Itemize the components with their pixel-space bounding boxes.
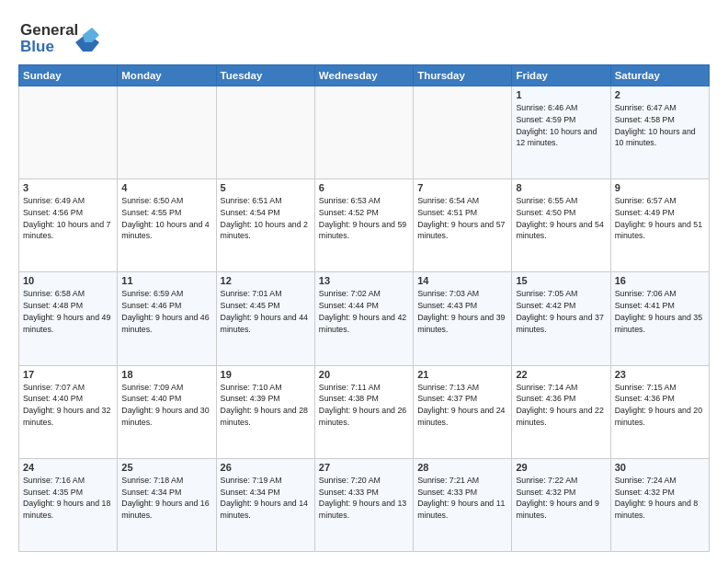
- day-info: Sunrise: 7:02 AMSunset: 4:44 PMDaylight:…: [319, 288, 409, 335]
- week-row-5: 24Sunrise: 7:16 AMSunset: 4:35 PMDayligh…: [19, 458, 710, 551]
- day-number: 6: [319, 182, 409, 193]
- calendar-cell: 25Sunrise: 7:18 AMSunset: 4:34 PMDayligh…: [118, 458, 216, 551]
- page: General Blue SundayMondayTuesdayWednesda…: [0, 0, 728, 563]
- day-number: 2: [615, 89, 705, 100]
- calendar-cell: 20Sunrise: 7:11 AMSunset: 4:38 PMDayligh…: [314, 365, 413, 458]
- weekday-header-row: SundayMondayTuesdayWednesdayThursdayFrid…: [19, 65, 710, 86]
- day-info: Sunrise: 7:22 AMSunset: 4:32 PMDaylight:…: [516, 475, 606, 522]
- day-info: Sunrise: 7:19 AMSunset: 4:34 PMDaylight:…: [221, 475, 311, 522]
- day-info: Sunrise: 7:07 AMSunset: 4:40 PMDaylight:…: [23, 382, 113, 429]
- day-info: Sunrise: 6:47 AMSunset: 4:58 PMDaylight:…: [615, 102, 705, 149]
- calendar-cell: [414, 86, 512, 179]
- calendar-cell: 13Sunrise: 7:02 AMSunset: 4:44 PMDayligh…: [314, 272, 413, 365]
- day-info: Sunrise: 6:57 AMSunset: 4:49 PMDaylight:…: [615, 195, 705, 242]
- day-number: 25: [121, 462, 211, 473]
- day-number: 22: [516, 369, 606, 380]
- calendar-cell: 21Sunrise: 7:13 AMSunset: 4:37 PMDayligh…: [414, 365, 512, 458]
- weekday-header-tuesday: Tuesday: [216, 65, 314, 86]
- day-info: Sunrise: 6:53 AMSunset: 4:52 PMDaylight:…: [319, 195, 409, 242]
- calendar-cell: 28Sunrise: 7:21 AMSunset: 4:33 PMDayligh…: [414, 458, 512, 551]
- day-number: 8: [516, 182, 606, 193]
- week-row-4: 17Sunrise: 7:07 AMSunset: 4:40 PMDayligh…: [19, 365, 710, 458]
- header: General Blue: [18, 17, 710, 57]
- calendar-cell: [19, 86, 118, 179]
- day-info: Sunrise: 6:50 AMSunset: 4:55 PMDaylight:…: [121, 195, 211, 242]
- calendar-cell: 12Sunrise: 7:01 AMSunset: 4:45 PMDayligh…: [216, 272, 314, 365]
- calendar-cell: 30Sunrise: 7:24 AMSunset: 4:32 PMDayligh…: [610, 458, 709, 551]
- weekday-header-thursday: Thursday: [414, 65, 512, 86]
- weekday-header-wednesday: Wednesday: [314, 65, 413, 86]
- weekday-header-monday: Monday: [118, 65, 216, 86]
- day-number: 16: [615, 275, 705, 286]
- day-info: Sunrise: 7:20 AMSunset: 4:33 PMDaylight:…: [319, 475, 409, 522]
- week-row-1: 1Sunrise: 6:46 AMSunset: 4:59 PMDaylight…: [19, 86, 710, 179]
- day-info: Sunrise: 6:54 AMSunset: 4:51 PMDaylight:…: [417, 195, 507, 242]
- day-info: Sunrise: 6:46 AMSunset: 4:59 PMDaylight:…: [516, 102, 606, 149]
- day-info: Sunrise: 7:15 AMSunset: 4:36 PMDaylight:…: [615, 382, 705, 429]
- calendar-cell: [314, 86, 413, 179]
- calendar-cell: 15Sunrise: 7:05 AMSunset: 4:42 PMDayligh…: [512, 272, 610, 365]
- day-info: Sunrise: 7:03 AMSunset: 4:43 PMDaylight:…: [417, 288, 507, 335]
- calendar-cell: 4Sunrise: 6:50 AMSunset: 4:55 PMDaylight…: [118, 179, 216, 272]
- day-number: 11: [121, 275, 211, 286]
- calendar-cell: 26Sunrise: 7:19 AMSunset: 4:34 PMDayligh…: [216, 458, 314, 551]
- logo: General Blue: [18, 17, 101, 57]
- calendar-cell: [118, 86, 216, 179]
- calendar-cell: 1Sunrise: 6:46 AMSunset: 4:59 PMDaylight…: [512, 86, 610, 179]
- day-number: 28: [417, 462, 507, 473]
- calendar-cell: 17Sunrise: 7:07 AMSunset: 4:40 PMDayligh…: [19, 365, 118, 458]
- day-info: Sunrise: 7:09 AMSunset: 4:40 PMDaylight:…: [121, 382, 211, 429]
- calendar-cell: 5Sunrise: 6:51 AMSunset: 4:54 PMDaylight…: [216, 179, 314, 272]
- day-number: 29: [516, 462, 606, 473]
- calendar-cell: 23Sunrise: 7:15 AMSunset: 4:36 PMDayligh…: [610, 365, 709, 458]
- calendar-cell: 19Sunrise: 7:10 AMSunset: 4:39 PMDayligh…: [216, 365, 314, 458]
- day-number: 12: [221, 275, 311, 286]
- svg-text:General: General: [20, 21, 78, 39]
- day-number: 23: [615, 369, 705, 380]
- day-info: Sunrise: 7:24 AMSunset: 4:32 PMDaylight:…: [615, 475, 705, 522]
- day-info: Sunrise: 7:21 AMSunset: 4:33 PMDaylight:…: [417, 475, 507, 522]
- calendar-cell: 6Sunrise: 6:53 AMSunset: 4:52 PMDaylight…: [314, 179, 413, 272]
- day-info: Sunrise: 7:06 AMSunset: 4:41 PMDaylight:…: [615, 288, 705, 335]
- calendar-cell: [216, 86, 314, 179]
- calendar-cell: 2Sunrise: 6:47 AMSunset: 4:58 PMDaylight…: [610, 86, 709, 179]
- calendar-cell: 29Sunrise: 7:22 AMSunset: 4:32 PMDayligh…: [512, 458, 610, 551]
- day-number: 26: [221, 462, 311, 473]
- calendar-cell: 22Sunrise: 7:14 AMSunset: 4:36 PMDayligh…: [512, 365, 610, 458]
- day-number: 1: [516, 89, 606, 100]
- day-number: 14: [417, 275, 507, 286]
- day-info: Sunrise: 6:59 AMSunset: 4:46 PMDaylight:…: [121, 288, 211, 335]
- day-info: Sunrise: 7:14 AMSunset: 4:36 PMDaylight:…: [516, 382, 606, 429]
- day-number: 21: [417, 369, 507, 380]
- day-number: 13: [319, 275, 409, 286]
- calendar-cell: 24Sunrise: 7:16 AMSunset: 4:35 PMDayligh…: [19, 458, 118, 551]
- logo-svg: General Blue: [18, 17, 101, 57]
- calendar-cell: 7Sunrise: 6:54 AMSunset: 4:51 PMDaylight…: [414, 179, 512, 272]
- day-number: 30: [615, 462, 705, 473]
- day-info: Sunrise: 6:51 AMSunset: 4:54 PMDaylight:…: [221, 195, 311, 242]
- calendar-cell: 16Sunrise: 7:06 AMSunset: 4:41 PMDayligh…: [610, 272, 709, 365]
- day-info: Sunrise: 7:13 AMSunset: 4:37 PMDaylight:…: [417, 382, 507, 429]
- day-info: Sunrise: 6:49 AMSunset: 4:56 PMDaylight:…: [23, 195, 113, 242]
- calendar-cell: 11Sunrise: 6:59 AMSunset: 4:46 PMDayligh…: [118, 272, 216, 365]
- calendar-cell: 3Sunrise: 6:49 AMSunset: 4:56 PMDaylight…: [19, 179, 118, 272]
- weekday-header-friday: Friday: [512, 65, 610, 86]
- week-row-3: 10Sunrise: 6:58 AMSunset: 4:48 PMDayligh…: [19, 272, 710, 365]
- svg-marker-3: [83, 28, 99, 42]
- calendar-cell: 10Sunrise: 6:58 AMSunset: 4:48 PMDayligh…: [19, 272, 118, 365]
- day-number: 19: [221, 369, 311, 380]
- day-number: 3: [23, 182, 113, 193]
- day-info: Sunrise: 6:58 AMSunset: 4:48 PMDaylight:…: [23, 288, 113, 335]
- day-number: 24: [23, 462, 113, 473]
- calendar-cell: 14Sunrise: 7:03 AMSunset: 4:43 PMDayligh…: [414, 272, 512, 365]
- day-info: Sunrise: 7:11 AMSunset: 4:38 PMDaylight:…: [319, 382, 409, 429]
- day-info: Sunrise: 6:55 AMSunset: 4:50 PMDaylight:…: [516, 195, 606, 242]
- day-info: Sunrise: 7:16 AMSunset: 4:35 PMDaylight:…: [23, 475, 113, 522]
- svg-text:Blue: Blue: [20, 38, 54, 55]
- calendar-table: SundayMondayTuesdayWednesdayThursdayFrid…: [18, 64, 710, 552]
- day-number: 17: [23, 369, 113, 380]
- day-number: 18: [121, 369, 211, 380]
- day-number: 9: [615, 182, 705, 193]
- calendar-cell: 8Sunrise: 6:55 AMSunset: 4:50 PMDaylight…: [512, 179, 610, 272]
- day-number: 4: [121, 182, 211, 193]
